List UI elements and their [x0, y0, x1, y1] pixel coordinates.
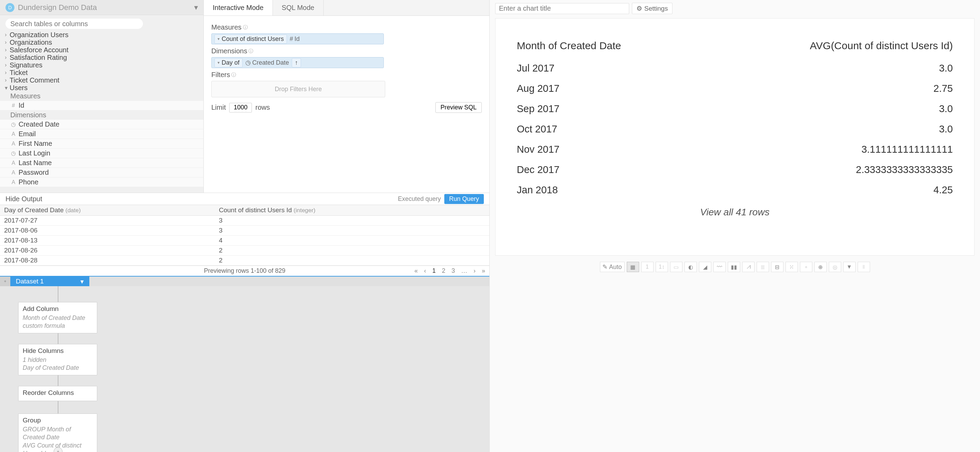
tree-field-item[interactable]: ALast Name: [0, 158, 204, 168]
viz-sankey-button[interactable]: ⫴: [858, 262, 870, 272]
run-query-button[interactable]: Run Query: [444, 194, 484, 204]
hash-icon: #: [290, 35, 293, 43]
viz-bullet-button[interactable]: ▭: [670, 262, 682, 272]
chart-row[interactable]: Sep 20173.0: [517, 99, 953, 119]
add-dataset-button[interactable]: +: [0, 276, 10, 286]
tree-field-item[interactable]: ◷Last Login: [0, 149, 204, 158]
dataset-tab[interactable]: Dataset 1 ▾: [10, 276, 89, 286]
table-row[interactable]: 2017-08-063: [0, 226, 489, 236]
tree-table-item[interactable]: ▾Users: [0, 84, 204, 91]
filters-dropzone[interactable]: Drop Filters Here: [211, 81, 385, 97]
chart-row[interactable]: Jul 20173.0: [517, 59, 953, 78]
viz-compare-button[interactable]: 1↕: [655, 262, 668, 272]
rows-label: rows: [255, 104, 270, 112]
tree-field-item[interactable]: APhone: [0, 177, 204, 187]
viz-boxplot-button[interactable]: ⊟: [771, 262, 783, 272]
viz-map-button[interactable]: ⊕: [815, 262, 827, 272]
tab-interactive-mode[interactable]: Interactive Mode: [204, 0, 273, 16]
viz-sparkline-button[interactable]: ⩘: [742, 262, 754, 272]
sankey-icon: ⫴: [862, 264, 865, 270]
chevron-down-icon: ▾: [218, 37, 220, 41]
viz-single-value-button[interactable]: 1: [641, 262, 654, 272]
tree-table-item[interactable]: ›Organization Users: [0, 31, 204, 38]
database-selector[interactable]: D Dundersign Demo Data ▾: [0, 0, 204, 15]
page-1[interactable]: 1: [432, 267, 436, 275]
viz-bubble-button[interactable]: ∘: [800, 262, 812, 272]
table-row[interactable]: 2017-07-273: [0, 216, 489, 226]
tree-table-item[interactable]: ›Organizations: [0, 38, 204, 46]
viz-pie-button[interactable]: ◐: [684, 262, 697, 272]
viz-funnel-button[interactable]: ▼: [843, 262, 856, 272]
viz-bar-button[interactable]: ▮▮: [728, 262, 740, 272]
table-row[interactable]: 2017-08-134: [0, 236, 489, 246]
chart-title-input[interactable]: [495, 3, 629, 14]
chart-row[interactable]: Jan 20184.25: [517, 180, 953, 200]
help-icon[interactable]: ⓘ: [243, 24, 248, 30]
view-all-rows-link[interactable]: View all 41 rows: [516, 207, 953, 218]
help-icon[interactable]: ⓘ: [231, 72, 236, 78]
tree-table-item[interactable]: ›Ticket Comment: [0, 77, 204, 84]
chart-col-header[interactable]: Month of Created Date: [517, 40, 700, 58]
filters-label: Filtersⓘ: [211, 71, 482, 79]
tree-field-item[interactable]: #Id: [0, 101, 204, 110]
flow-step-card[interactable]: Reorder Columns: [18, 386, 97, 401]
flow-step-card[interactable]: Add ColumnMonth of Created Datecustom fo…: [18, 302, 97, 333]
viz-scatter-button[interactable]: ⁙: [786, 262, 798, 272]
measure-field[interactable]: # Id: [290, 35, 300, 43]
dimensions-dropzone[interactable]: ▾ Day of ◷ Created Date ↑: [211, 57, 384, 68]
table-row[interactable]: 2017-08-262: [0, 246, 489, 256]
page-next[interactable]: ›: [474, 267, 476, 275]
viz-table-button[interactable]: ▦: [627, 262, 639, 272]
chevron-right-icon: ›: [5, 69, 10, 76]
chevron-right-icon: ›: [5, 32, 10, 38]
flow-step-card[interactable]: GroupGROUP Month of Created DateAVG Coun…: [18, 414, 97, 452]
chart-row[interactable]: Nov 20173.111111111111111: [517, 140, 953, 159]
stacked-icon: ≣: [760, 264, 765, 270]
tree-field-item[interactable]: AEmail: [0, 129, 204, 139]
chart-row[interactable]: Aug 20172.75: [517, 79, 953, 98]
flow-step-card[interactable]: Hide Columns1 hiddenDay of Created Date: [18, 344, 97, 375]
tree-field-item[interactable]: AFirst Name: [0, 139, 204, 149]
page-prev[interactable]: ‹: [424, 267, 426, 275]
preview-sql-button[interactable]: Preview SQL: [435, 102, 482, 113]
chart-row[interactable]: Oct 20173.0: [517, 119, 953, 139]
tree-field-item[interactable]: ◷Created Date: [0, 120, 204, 129]
dimension-field[interactable]: ◷ Created Date: [245, 59, 289, 66]
field-type-icon: ◷: [10, 121, 16, 128]
viz-auto-button[interactable]: ✎Auto: [600, 262, 625, 272]
dimension-pill[interactable]: ▾ Day of: [215, 58, 243, 67]
viz-line-button[interactable]: 〰: [713, 262, 726, 272]
table-row[interactable]: 2017-08-282: [0, 256, 489, 265]
schema-search-input[interactable]: [5, 19, 143, 29]
measures-dropzone[interactable]: ▾ Count of distinct Users # Id: [211, 34, 384, 45]
chevron-down-icon: ▾: [194, 3, 198, 12]
tree-table-item[interactable]: ›Satisfaction Rating: [0, 54, 204, 61]
tree-table-item[interactable]: ›Ticket: [0, 69, 204, 77]
page-dots: …: [461, 267, 467, 275]
column-header[interactable]: Count of distinct Users Id (integer): [215, 205, 489, 216]
bar-icon: ▮▮: [731, 264, 737, 270]
chart-row[interactable]: Dec 20172.3333333333333335: [517, 160, 953, 180]
page-2[interactable]: 2: [442, 267, 445, 275]
viz-heatmap-button[interactable]: ◎: [829, 262, 841, 272]
chart-settings-button[interactable]: ⚙ Settings: [632, 3, 673, 14]
limit-input[interactable]: [229, 103, 252, 112]
transform-flow[interactable]: Add ColumnMonth of Created Datecustom fo…: [0, 286, 489, 452]
column-header[interactable]: Day of Created Date (date): [0, 205, 215, 216]
help-icon[interactable]: ⓘ: [248, 48, 253, 54]
page-first[interactable]: «: [414, 267, 418, 275]
pie-icon: ◐: [688, 264, 693, 270]
page-3[interactable]: 3: [452, 267, 455, 275]
chart-col-header[interactable]: AVG(Count of distinct Users Id): [701, 40, 953, 58]
tree-table-item[interactable]: ›Salesforce Account: [0, 46, 204, 54]
sort-pill[interactable]: ↑: [292, 58, 301, 67]
bubble-icon: ∘: [804, 264, 808, 270]
measure-pill[interactable]: ▾ Count of distinct Users: [215, 34, 287, 44]
viz-stacked-button[interactable]: ≣: [757, 262, 769, 272]
viz-area-button[interactable]: ◢: [699, 262, 711, 272]
page-last[interactable]: »: [482, 267, 485, 275]
tab-sql-mode[interactable]: SQL Mode: [273, 0, 324, 16]
tree-field-item[interactable]: APassword: [0, 168, 204, 177]
tree-table-item[interactable]: ›Signatures: [0, 61, 204, 69]
hide-output-button[interactable]: Hide Output: [5, 195, 42, 203]
